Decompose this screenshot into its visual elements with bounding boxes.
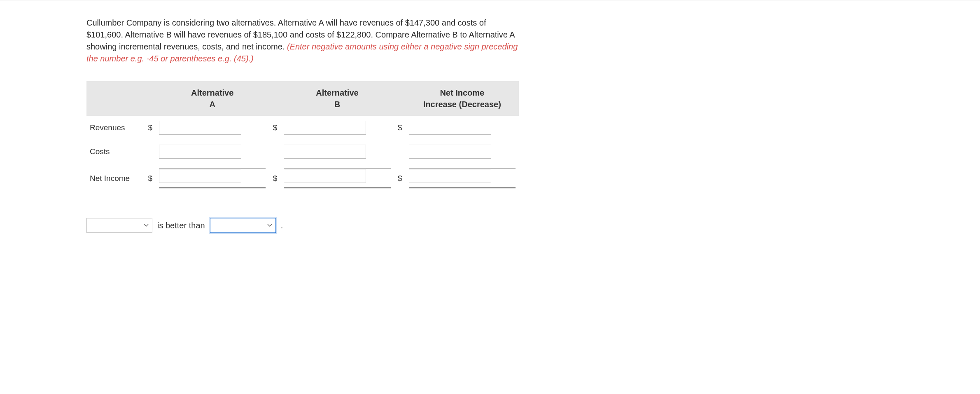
input-net-a[interactable] (159, 169, 241, 183)
currency-costs-c (394, 140, 406, 164)
currency-net-c: $ (394, 164, 406, 193)
row-revenues-label: Revenues (86, 116, 144, 140)
input-revenues-b[interactable] (284, 121, 366, 135)
currency-rev-a: $ (144, 116, 156, 140)
currency-costs-b (269, 140, 280, 164)
select-better-right[interactable] (210, 218, 276, 233)
header-net-label: Net Income Increase (Decrease) (423, 88, 501, 109)
currency-rev-b: $ (269, 116, 280, 140)
question-content: Cullumber Company is considering two alt… (86, 17, 519, 233)
question-text: Cullumber Company is considering two alt… (86, 17, 519, 65)
header-spacer-b (269, 81, 280, 116)
select-better-left[interactable] (86, 218, 152, 233)
header-alt-a-label: Alternative A (191, 88, 233, 109)
conclusion-sentence: is better than . (86, 218, 519, 233)
question-page: Cullumber Company is considering two alt… (0, 0, 980, 258)
input-costs-a[interactable] (159, 145, 241, 159)
row-revenues: Revenues $ $ $ (86, 116, 519, 140)
header-alt-a: Alternative A (156, 81, 269, 116)
input-net-b[interactable] (284, 169, 366, 183)
input-revenues-c[interactable] (409, 121, 491, 135)
sentence-period: . (281, 221, 283, 230)
currency-rev-c: $ (394, 116, 406, 140)
row-costs-label: Costs (86, 140, 144, 164)
header-spacer-c (394, 81, 406, 116)
header-net: Net Income Increase (Decrease) (406, 81, 519, 116)
row-netincome: Net Income $ $ $ (86, 164, 519, 193)
input-revenues-a[interactable] (159, 121, 241, 135)
input-net-c[interactable] (409, 169, 491, 183)
header-alt-b: Alternative B (280, 81, 394, 116)
incremental-table: Alternative A Alternative B Net Income I… (86, 81, 519, 193)
currency-net-a: $ (144, 164, 156, 193)
header-blank (86, 81, 144, 116)
row-net-label: Net Income (86, 164, 144, 193)
sentence-middle: is better than (157, 221, 205, 230)
row-costs: Costs (86, 140, 519, 164)
input-costs-c[interactable] (409, 145, 491, 159)
header-alt-b-label: Alternative B (316, 88, 358, 109)
header-spacer-a (144, 81, 156, 116)
currency-costs-a (144, 140, 156, 164)
input-costs-b[interactable] (284, 145, 366, 159)
currency-net-b: $ (269, 164, 280, 193)
